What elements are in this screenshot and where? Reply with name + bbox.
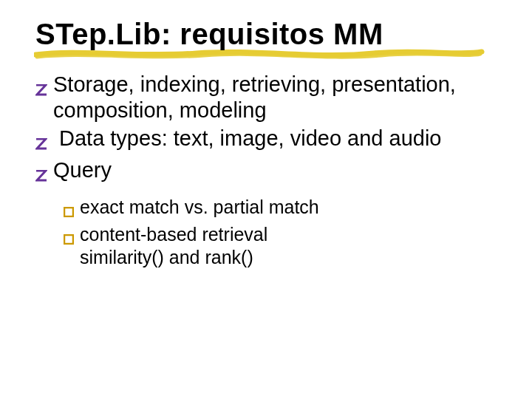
bullet-item: Data types: text, image, video and audio <box>35 126 502 156</box>
bullet-text: Data types: text, image, video and audio <box>59 126 502 151</box>
sub-bullet-list: exact match vs. partial match content-ba… <box>35 196 502 269</box>
bullet-item: Query <box>35 157 502 188</box>
sub-bullet-text: content-based retrieval similarity() and… <box>80 223 502 268</box>
bullet-item: Storage, indexing, retrieving, presentat… <box>35 72 502 124</box>
slide-title: STep.Lib: requisitos MM <box>35 15 502 51</box>
slide: STep.Lib: requisitos MM Storage, indexin… <box>0 0 532 284</box>
bullet-text: Query <box>53 157 502 183</box>
title-wrap: STep.Lib: requisitos MM <box>35 15 502 51</box>
bullet-text: Storage, indexing, retrieving, presentat… <box>53 72 502 124</box>
sub-bullet-text: exact match vs. partial match <box>80 196 502 219</box>
z-bullet-icon <box>35 130 52 156</box>
sub-bullet-item: content-based retrieval similarity() and… <box>64 223 502 268</box>
z-bullet-icon <box>35 76 52 102</box>
main-bullet-list: Storage, indexing, retrieving, presentat… <box>35 72 502 188</box>
svg-rect-1 <box>64 235 73 244</box>
z-bullet-icon <box>35 162 52 188</box>
sub-bullet-item: exact match vs. partial match <box>64 196 502 222</box>
y-bullet-icon <box>64 200 78 222</box>
svg-rect-0 <box>64 208 73 216</box>
y-bullet-icon <box>64 227 78 250</box>
